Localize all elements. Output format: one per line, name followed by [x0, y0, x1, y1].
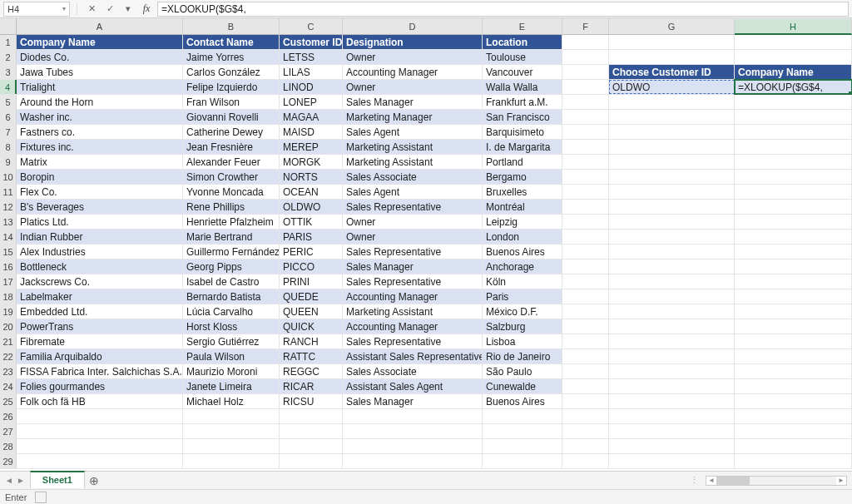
row-number[interactable]: 2 [0, 50, 17, 64]
table-cell[interactable]: Washer inc. [17, 110, 183, 124]
hscroll-left-button[interactable]: ◄ [706, 477, 716, 485]
row-number[interactable]: 5 [0, 95, 17, 109]
empty-cell[interactable] [343, 409, 483, 423]
table-cell[interactable]: Fibremate [17, 334, 183, 348]
table-cell[interactable]: Rene Phillips [183, 200, 280, 214]
empty-cell[interactable] [562, 35, 609, 49]
confirm-formula-button[interactable]: ✓ [102, 2, 117, 17]
horizontal-scrollbar[interactable]: ◄ ► [706, 476, 847, 486]
row-number[interactable]: 13 [0, 215, 17, 229]
empty-cell[interactable] [735, 379, 852, 393]
table-cell[interactable]: Carlos González [183, 65, 280, 79]
table-cell[interactable]: REGGC [280, 364, 343, 378]
table-cell[interactable]: Sales Manager [343, 259, 483, 274]
row-number[interactable]: 20 [0, 319, 17, 334]
formula-input[interactable] [157, 2, 849, 17]
row-number[interactable]: 15 [0, 245, 17, 259]
empty-cell[interactable] [735, 185, 852, 199]
table-cell[interactable]: Walla Walla [483, 80, 562, 94]
table-cell[interactable]: Portland [483, 155, 562, 169]
table-cell[interactable]: Anchorage [483, 259, 562, 274]
table-cell[interactable]: FISSA Fabrica Inter. Salchichas S.A. [17, 364, 183, 378]
table-cell[interactable]: Fran Wilson [183, 95, 280, 109]
table-cell[interactable]: OCEAN [280, 185, 343, 199]
table-cell[interactable]: Köln [483, 274, 562, 289]
table-cell[interactable]: Jawa Tubes [17, 65, 183, 79]
table-cell[interactable]: LINOD [280, 80, 343, 94]
empty-cell[interactable] [609, 170, 735, 184]
empty-cell[interactable] [735, 334, 852, 348]
empty-cell[interactable] [735, 364, 852, 378]
empty-cell[interactable] [735, 424, 852, 438]
empty-cell[interactable] [735, 95, 852, 109]
empty-cell[interactable] [343, 454, 483, 468]
table-cell[interactable]: Familia Arquibaldo [17, 349, 183, 363]
empty-cell[interactable] [183, 424, 280, 438]
table-header-cell[interactable]: Company Name [17, 35, 183, 49]
empty-cell[interactable] [343, 424, 483, 438]
empty-cell[interactable] [735, 50, 852, 64]
empty-cell[interactable] [735, 110, 852, 124]
empty-cell[interactable] [183, 409, 280, 423]
table-cell[interactable]: Guillermo Fernández [183, 245, 280, 259]
empty-cell[interactable] [280, 424, 343, 438]
table-cell[interactable]: Yvonne Moncada [183, 185, 280, 199]
col-head-C[interactable]: C [280, 18, 343, 34]
table-cell[interactable]: Diodes Co. [17, 50, 183, 64]
empty-cell[interactable] [735, 394, 852, 408]
table-cell[interactable]: I. de Margarita [483, 140, 562, 154]
table-cell[interactable]: Owner [343, 50, 483, 64]
table-cell[interactable]: RICSU [280, 394, 343, 408]
empty-cell[interactable] [562, 349, 609, 363]
empty-cell[interactable] [562, 50, 609, 64]
empty-cell[interactable] [562, 125, 609, 139]
row-number[interactable]: 6 [0, 110, 17, 124]
empty-cell[interactable] [17, 409, 183, 423]
table-cell[interactable]: Boropin [17, 170, 183, 184]
empty-cell[interactable] [735, 439, 852, 453]
hscroll-right-button[interactable]: ► [836, 477, 846, 485]
table-cell[interactable]: Buenos Aires [483, 245, 562, 259]
tab-nav[interactable]: ◄ ► [0, 472, 30, 489]
table-cell[interactable]: RANCH [280, 334, 343, 348]
empty-cell[interactable] [735, 349, 852, 363]
empty-cell[interactable] [609, 349, 735, 363]
table-cell[interactable]: Paula Wilson [183, 349, 280, 363]
row-number[interactable]: 14 [0, 230, 17, 244]
empty-cell[interactable] [483, 454, 562, 468]
empty-cell[interactable] [562, 95, 609, 109]
row-number[interactable]: 19 [0, 304, 17, 319]
table-cell[interactable]: Jean Fresnière [183, 140, 280, 154]
row-number[interactable]: 26 [0, 409, 17, 423]
empty-cell[interactable] [483, 424, 562, 438]
empty-cell[interactable] [562, 394, 609, 408]
side-header-choose-id[interactable]: Choose Customer ID [609, 65, 735, 79]
table-header-cell[interactable]: Location [483, 35, 562, 49]
table-cell[interactable]: Sergio Gutiérrez [183, 334, 280, 348]
table-cell[interactable]: Bruxelles [483, 185, 562, 199]
table-cell[interactable]: Sales Manager [343, 95, 483, 109]
empty-cell[interactable] [609, 424, 735, 438]
table-cell[interactable]: Barquisimeto [483, 125, 562, 139]
empty-cell[interactable] [735, 35, 852, 49]
table-cell[interactable]: Georg Pipps [183, 259, 280, 274]
empty-cell[interactable] [609, 304, 735, 319]
row-number[interactable]: 17 [0, 274, 17, 289]
empty-cell[interactable] [609, 439, 735, 453]
empty-cell[interactable] [562, 245, 609, 259]
table-cell[interactable]: Isabel de Castro [183, 274, 280, 289]
row-number[interactable]: 3 [0, 65, 17, 79]
table-cell[interactable]: Bottleneck [17, 259, 183, 274]
table-cell[interactable]: Jackscrews Co. [17, 274, 183, 289]
table-cell[interactable]: PRINI [280, 274, 343, 289]
name-box-dropdown-icon[interactable]: ▾ [62, 5, 66, 12]
table-cell[interactable]: Marketing Assistant [343, 304, 483, 319]
col-head-D[interactable]: D [343, 18, 483, 34]
table-cell[interactable]: MAGAA [280, 110, 343, 124]
empty-cell[interactable] [483, 409, 562, 423]
table-cell[interactable]: Owner [343, 80, 483, 94]
tab-nav-right-icon[interactable]: ► [17, 476, 25, 485]
row-number[interactable]: 21 [0, 334, 17, 348]
empty-cell[interactable] [562, 259, 609, 274]
empty-cell[interactable] [609, 274, 735, 289]
